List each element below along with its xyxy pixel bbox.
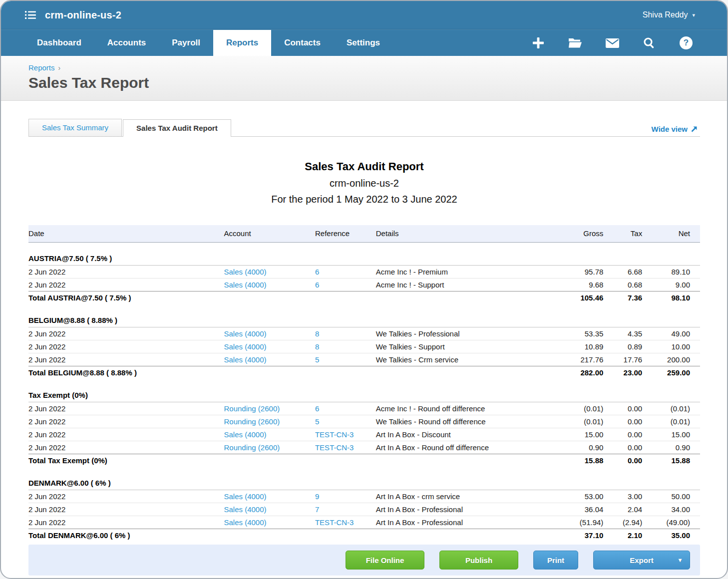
export-button[interactable]: Export▾ [593, 551, 690, 570]
nav-item-reports[interactable]: Reports [213, 30, 271, 56]
nav-item-dashboard[interactable]: Dashboard [24, 30, 94, 56]
group-total-tax: 2.10 [603, 529, 642, 542]
reference-cell: TEST-CN-3 [315, 516, 376, 529]
table-row: 2 Jun 2022Rounding (2600)6Acme Inc ! - R… [28, 402, 700, 415]
account-link[interactable]: Sales (4000) [224, 329, 266, 338]
group-total-label: Total BELGIUM@8.88 ( 8.88% ) [28, 366, 544, 379]
account-link[interactable]: Sales (4000) [224, 430, 266, 439]
reference-link[interactable]: 8 [315, 342, 319, 351]
search-icon[interactable] [642, 36, 656, 50]
table-row: 2 Jun 2022Sales (4000)5We Talkies - Crm … [28, 353, 700, 366]
date-cell: 2 Jun 2022 [28, 428, 224, 441]
group-total-gross: 37.10 [544, 529, 604, 542]
net-cell: (49.00) [642, 516, 700, 529]
reference-link[interactable]: 7 [315, 505, 319, 514]
tax-group-name: Tax Exempt (0%) [28, 389, 700, 402]
folder-icon[interactable] [568, 36, 582, 50]
report-tabs: Sales Tax SummarySales Tax Audit Report [28, 119, 700, 137]
table-row: 2 Jun 2022Rounding (2600)TEST-CN-3Art In… [28, 441, 700, 454]
nav-item-contacts[interactable]: Contacts [271, 30, 334, 56]
net-cell: (0.01) [642, 415, 700, 428]
group-total-row: Total AUSTRIA@7.50 ( 7.5% )105.467.3698.… [28, 291, 700, 304]
help-icon[interactable]: ? [679, 36, 693, 50]
reference-link[interactable]: 6 [315, 404, 319, 413]
gross-cell: 53.00 [544, 490, 604, 503]
tax-cell: 0.00 [603, 415, 642, 428]
account-link[interactable]: Sales (4000) [224, 355, 266, 364]
tab-sales-tax-summary[interactable]: Sales Tax Summary [28, 119, 122, 136]
topbar-title-row: crm-online-us-2 Shiva Reddy ▾ [1, 1, 727, 29]
date-cell: 2 Jun 2022 [28, 402, 224, 415]
group-spacer [28, 242, 700, 252]
date-cell: 2 Jun 2022 [28, 327, 224, 340]
reference-link[interactable]: 6 [315, 281, 319, 289]
tax-group-name: AUSTRIA@7.50 ( 7.5% ) [28, 252, 700, 265]
group-spacer [28, 379, 700, 389]
org-list-icon[interactable] [25, 10, 37, 20]
account-link[interactable]: Sales (4000) [224, 492, 266, 501]
account-link[interactable]: Sales (4000) [224, 342, 266, 351]
nav-item-accounts[interactable]: Accounts [94, 30, 159, 56]
account-link[interactable]: Sales (4000) [224, 518, 266, 527]
wide-view-link[interactable]: Wide view [652, 125, 698, 133]
group-spacer [28, 467, 700, 477]
breadcrumb-reports-link[interactable]: Reports [28, 63, 55, 72]
details-cell: Art In A Box - Discount [376, 428, 544, 441]
reference-cell: 6 [315, 402, 376, 415]
file-online-button[interactable]: File Online [346, 551, 424, 570]
user-menu[interactable]: Shiva Reddy ▾ [643, 10, 695, 19]
reference-link[interactable]: TEST-CN-3 [315, 518, 354, 527]
date-cell: 2 Jun 2022 [28, 516, 224, 529]
gross-cell: (0.01) [544, 402, 604, 415]
account-cell: Sales (4000) [224, 278, 315, 291]
reference-link[interactable]: 6 [315, 268, 319, 276]
group-total-row: Total Tax Exempt (0%)15.880.0015.88 [28, 454, 700, 467]
reference-link[interactable]: 5 [315, 417, 319, 426]
breadcrumb-band: Reports› Sales Tax Report [1, 56, 727, 101]
reference-cell: 8 [315, 340, 376, 353]
net-cell: (0.01) [642, 402, 700, 415]
nav-item-payroll[interactable]: Payroll [159, 30, 213, 56]
publish-button[interactable]: Publish [439, 551, 518, 570]
group-total-gross: 105.46 [544, 291, 604, 304]
print-button[interactable]: Print [533, 551, 578, 570]
table-body: AUSTRIA@7.50 ( 7.5% )2 Jun 2022Sales (40… [28, 242, 700, 542]
date-cell: 2 Jun 2022 [28, 441, 224, 454]
chevron-down-icon: ▾ [692, 12, 695, 18]
gross-cell: (51.94) [544, 516, 604, 529]
date-cell: 2 Jun 2022 [28, 340, 224, 353]
plus-icon[interactable] [531, 36, 545, 50]
account-link[interactable]: Rounding (2600) [224, 417, 280, 426]
account-link[interactable]: Sales (4000) [224, 268, 266, 276]
reference-link[interactable]: TEST-CN-3 [315, 443, 354, 452]
tax-group-name: DENMARK@6.00 ( 6% ) [28, 477, 700, 490]
details-cell: We Talkies - Round off difference [376, 415, 544, 428]
details-cell: Acme Inc ! - Round off difference [376, 402, 544, 415]
main-nav: DashboardAccountsPayrollReportsContactsS… [24, 30, 393, 56]
table-row: 2 Jun 2022Sales (4000)6Acme Inc ! - Supp… [28, 278, 700, 291]
net-cell: 34.00 [642, 503, 700, 516]
nav-item-settings[interactable]: Settings [334, 30, 393, 56]
account-cell: Sales (4000) [224, 503, 315, 516]
account-link[interactable]: Sales (4000) [224, 505, 266, 514]
net-cell: 200.00 [642, 353, 700, 366]
account-link[interactable]: Sales (4000) [224, 281, 266, 289]
account-link[interactable]: Rounding (2600) [224, 404, 280, 413]
report-period: For the period 1 May 2022 to 3 June 2022 [28, 191, 700, 207]
group-total-tax: 7.36 [603, 291, 642, 304]
reference-link[interactable]: 9 [315, 492, 319, 501]
reference-link[interactable]: TEST-CN-3 [315, 430, 354, 439]
details-cell: We Talkies - Professional [376, 327, 544, 340]
wide-view-label: Wide view [652, 125, 688, 133]
page-title: Sales Tax Report [28, 74, 727, 91]
mail-icon[interactable] [605, 36, 619, 50]
tax-cell: (2.94) [603, 516, 642, 529]
table-row: 2 Jun 2022Sales (4000)8We Talkies - Prof… [28, 327, 700, 340]
reference-link[interactable]: 8 [315, 329, 319, 338]
tax-group-header: BELGIUM@8.88 ( 8.88% ) [28, 314, 700, 327]
tab-sales-tax-audit-report[interactable]: Sales Tax Audit Report [123, 119, 231, 137]
reference-link[interactable]: 5 [315, 355, 319, 364]
table-row: 2 Jun 2022Sales (4000)6Acme Inc ! - Prem… [28, 265, 700, 278]
account-link[interactable]: Rounding (2600) [224, 443, 280, 452]
details-cell: Art In A Box - Professional [376, 503, 544, 516]
